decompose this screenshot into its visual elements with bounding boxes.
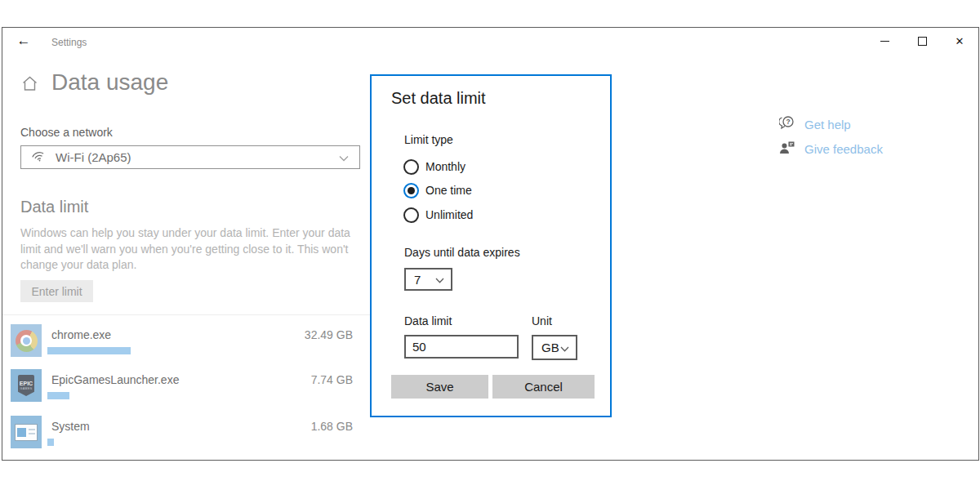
- cancel-button[interactable]: Cancel: [492, 375, 595, 399]
- get-help-link[interactable]: ? Get help: [779, 116, 851, 133]
- radio-circle: [403, 159, 419, 175]
- usage-bar: [47, 439, 54, 446]
- network-value: Wi-Fi (2Ap65): [56, 150, 131, 164]
- get-help-label: Get help: [804, 118, 851, 131]
- app-name: chrome.exe: [51, 328, 111, 341]
- radio-label: Unlimited: [425, 208, 473, 221]
- unit-label: Unit: [532, 314, 552, 327]
- minimize-icon: [880, 41, 889, 42]
- usage-bar: [47, 347, 131, 354]
- system-icon: [11, 416, 42, 448]
- app-row-epic: EPIC GAMES EpicGamesLauncher.exe 7.74 GB: [2, 369, 370, 410]
- window-controls: ✕: [866, 28, 978, 54]
- radio-label: One time: [425, 184, 472, 197]
- app-usage: 32.49 GB: [305, 328, 353, 341]
- app-row-system: System 1.68 GB: [2, 416, 370, 457]
- page-heading: Data usage: [51, 69, 168, 96]
- chrome-icon: [11, 324, 42, 357]
- chevron-down-icon: [435, 272, 444, 287]
- list-divider: [2, 314, 370, 315]
- data-limit-heading: Data limit: [20, 198, 88, 216]
- close-button[interactable]: ✕: [941, 28, 978, 54]
- network-select[interactable]: Wi-Fi (2Ap65): [20, 145, 360, 169]
- radio-circle-selected: [403, 183, 419, 198]
- wifi-icon: [32, 150, 47, 165]
- days-select[interactable]: 7: [404, 268, 452, 291]
- radio-label: Monthly: [425, 160, 466, 173]
- give-feedback-label: Give feedback: [804, 142, 883, 156]
- data-limit-input[interactable]: [404, 335, 519, 359]
- app-name: EpicGamesLauncher.exe: [51, 373, 179, 386]
- settings-window: ← Settings ✕ Data usage Choose a network…: [2, 27, 979, 461]
- back-button[interactable]: ←: [12, 31, 35, 51]
- maximize-icon: [918, 37, 927, 46]
- help-bubble-icon: ?: [779, 116, 795, 133]
- dialog-title: Set data limit: [391, 89, 486, 108]
- days-value: 7: [414, 273, 421, 287]
- chevron-down-icon: [560, 341, 569, 355]
- give-feedback-link[interactable]: Give feedback: [779, 140, 883, 158]
- window-title: Settings: [51, 37, 87, 48]
- data-limit-description: Windows can help you stay under your dat…: [20, 225, 359, 274]
- app-row-chrome: chrome.exe 32.49 GB: [2, 324, 370, 365]
- set-data-limit-dialog: Set data limit Limit type Monthly One ti…: [370, 74, 612, 417]
- unit-select[interactable]: GB: [532, 335, 577, 360]
- app-usage: 1.68 GB: [311, 420, 353, 433]
- radio-circle: [403, 207, 419, 223]
- data-limit-label: Data limit: [404, 314, 452, 327]
- limit-type-label: Limit type: [404, 133, 453, 146]
- home-icon: [21, 75, 38, 96]
- maximize-button[interactable]: [903, 28, 941, 54]
- radio-option-unlimited[interactable]: Unlimited: [403, 207, 534, 223]
- app-name: System: [51, 420, 90, 433]
- svg-text:?: ?: [786, 118, 790, 126]
- app-usage: 7.74 GB: [311, 373, 353, 386]
- radio-option-one-time[interactable]: One time: [403, 182, 534, 198]
- enter-limit-button[interactable]: Enter limit: [20, 280, 93, 302]
- feedback-person-icon: [779, 140, 795, 158]
- epic-games-icon: EPIC GAMES: [11, 369, 42, 402]
- minimize-button[interactable]: [866, 28, 903, 54]
- network-label: Choose a network: [20, 126, 113, 139]
- days-expire-label: Days until data expires: [404, 246, 520, 259]
- unit-value: GB: [541, 341, 559, 354]
- chevron-down-icon: [339, 150, 349, 165]
- usage-bar: [47, 392, 69, 399]
- save-button[interactable]: Save: [391, 375, 488, 399]
- radio-option-monthly[interactable]: Monthly: [403, 158, 534, 175]
- close-icon: ✕: [956, 35, 964, 47]
